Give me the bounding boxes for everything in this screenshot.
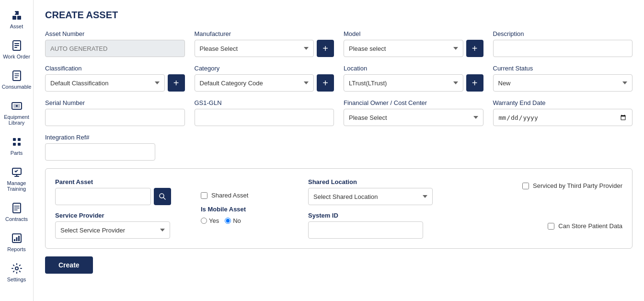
financial-owner-label: Financial Owner / Cost Center bbox=[344, 99, 483, 106]
svg-rect-1 bbox=[17, 16, 21, 20]
current-status-label: Current Status bbox=[493, 65, 633, 72]
shared-asset-checkbox-group: Shared Asset bbox=[201, 192, 297, 199]
is-mobile-yes-text: Yes bbox=[209, 217, 219, 224]
financial-owner-select[interactable]: Please Select bbox=[344, 109, 483, 126]
model-select[interactable]: Please select bbox=[344, 40, 463, 57]
svg-rect-7 bbox=[14, 47, 17, 48]
system-id-group: System ID bbox=[308, 212, 536, 239]
reports-icon bbox=[10, 232, 23, 245]
shared-location-select[interactable]: Select Shared Location bbox=[308, 188, 433, 205]
category-select[interactable]: Default Category Code bbox=[195, 74, 314, 92]
sidebar-item-reports[interactable]: Reports bbox=[0, 228, 33, 256]
card-row: Parent Asset Service Provider bbox=[55, 178, 622, 239]
is-mobile-no-label[interactable]: No bbox=[225, 217, 241, 224]
parent-asset-search-button[interactable] bbox=[154, 188, 171, 205]
can-store-label: Can Store Patient Data bbox=[558, 222, 622, 230]
category-add-button[interactable]: + bbox=[317, 74, 334, 92]
shared-location-label: Shared Location bbox=[308, 178, 511, 185]
training-icon bbox=[10, 165, 23, 179]
shared-location-row: Shared Location Select Shared Location S… bbox=[308, 178, 622, 205]
svg-point-22 bbox=[15, 267, 18, 270]
sidebar-item-manage-training[interactable]: Manage Training bbox=[0, 162, 33, 196]
gsi-gln-label: GS1-GLN bbox=[195, 99, 334, 106]
model-group: Model Please select + bbox=[344, 30, 483, 57]
description-input[interactable] bbox=[493, 40, 633, 57]
system-id-row: System ID Can Store Patient Data bbox=[308, 212, 622, 239]
is-mobile-no-text: No bbox=[233, 217, 241, 224]
svg-point-3 bbox=[14, 12, 16, 14]
integration-ref-label: Integration Ref# bbox=[45, 134, 155, 141]
asset-number-group: Asset Number bbox=[45, 30, 185, 57]
category-label: Category bbox=[195, 65, 334, 72]
sidebar-item-parts[interactable]: Parts bbox=[0, 131, 33, 160]
system-id-label: System ID bbox=[308, 212, 536, 219]
current-status-select[interactable]: New bbox=[493, 74, 633, 92]
create-button[interactable]: Create bbox=[45, 256, 93, 274]
gsi-gln-input[interactable] bbox=[195, 109, 334, 126]
sidebar-label-parts: Parts bbox=[11, 150, 23, 156]
asset-number-label: Asset Number bbox=[45, 30, 185, 37]
is-mobile-no-radio[interactable] bbox=[225, 218, 231, 224]
classification-input-group: Default Classification + bbox=[45, 74, 185, 92]
serviced-by-checkbox-group: Serviced by Third Party Provider bbox=[522, 182, 622, 189]
financial-owner-group: Financial Owner / Cost Center Please Sel… bbox=[344, 99, 483, 126]
model-add-button[interactable]: + bbox=[466, 40, 483, 57]
sidebar-item-consumable[interactable]: Consumable bbox=[0, 65, 33, 93]
service-provider-group: Service Provider Select Service Provider bbox=[55, 212, 189, 239]
sidebar-label-manage-training: Manage Training bbox=[2, 180, 31, 192]
parent-asset-input-row bbox=[55, 188, 189, 205]
is-mobile-label: Is Mobile Asset bbox=[201, 206, 297, 213]
svg-rect-5 bbox=[14, 43, 19, 44]
form-row-4: Integration Ref# bbox=[45, 134, 632, 161]
card-left-col: Parent Asset Service Provider bbox=[55, 178, 189, 239]
sidebar-item-work-order[interactable]: Work Order bbox=[0, 35, 33, 63]
is-mobile-yes-radio[interactable] bbox=[201, 218, 207, 224]
is-mobile-radio-group: Yes No bbox=[201, 217, 297, 224]
svg-rect-6 bbox=[14, 45, 19, 46]
workorder-icon bbox=[10, 39, 23, 52]
parent-asset-input[interactable] bbox=[55, 188, 151, 205]
sidebar-item-contracts[interactable]: Contracts bbox=[0, 197, 33, 226]
svg-rect-20 bbox=[16, 237, 17, 241]
sidebar-label-work-order: Work Order bbox=[3, 54, 30, 59]
location-select[interactable]: LTrust(LTrust) bbox=[344, 74, 463, 92]
is-mobile-yes-label[interactable]: Yes bbox=[201, 217, 219, 224]
current-status-group: Current Status New bbox=[493, 65, 633, 92]
serial-number-label: Serial Number bbox=[45, 99, 185, 106]
integration-ref-input[interactable] bbox=[45, 143, 155, 161]
manufacturer-add-button[interactable]: + bbox=[317, 40, 334, 57]
svg-rect-19 bbox=[14, 239, 15, 241]
settings-icon bbox=[10, 262, 23, 275]
manufacturer-input-group: Please Select + bbox=[195, 40, 334, 57]
manufacturer-select[interactable]: Please Select bbox=[195, 40, 314, 57]
can-store-checkbox[interactable] bbox=[548, 223, 554, 230]
classification-group: Classification Default Classification + bbox=[45, 65, 185, 92]
sidebar-item-equipment-library[interactable]: Equipment Library bbox=[0, 95, 33, 129]
parts-icon bbox=[10, 135, 23, 149]
sidebar-label-equipment-library: Equipment Library bbox=[2, 114, 31, 126]
warranty-end-date-input[interactable] bbox=[493, 109, 633, 126]
svg-rect-14 bbox=[13, 143, 16, 146]
serviced-by-checkbox[interactable] bbox=[522, 183, 529, 189]
description-group: Description bbox=[493, 30, 633, 57]
shared-asset-label: Shared Asset bbox=[211, 192, 248, 199]
system-id-input[interactable] bbox=[308, 221, 423, 239]
classification-select[interactable]: Default Classification bbox=[45, 74, 165, 92]
create-button-wrapper: Create bbox=[45, 249, 632, 274]
svg-rect-12 bbox=[13, 138, 16, 141]
location-add-button[interactable]: + bbox=[466, 74, 483, 92]
sidebar-item-settings[interactable]: Settings bbox=[0, 258, 33, 286]
contracts-icon bbox=[10, 201, 23, 215]
service-provider-select[interactable]: Select Service Provider bbox=[55, 221, 170, 239]
gsi-gln-group: GS1-GLN bbox=[195, 99, 334, 126]
sidebar-item-asset[interactable]: Asset bbox=[0, 5, 33, 33]
shared-asset-checkbox[interactable] bbox=[201, 192, 207, 199]
parent-asset-label: Parent Asset bbox=[55, 178, 189, 185]
integration-ref-group: Integration Ref# bbox=[45, 134, 155, 161]
svg-rect-21 bbox=[18, 236, 20, 241]
svg-rect-0 bbox=[12, 16, 16, 20]
description-label: Description bbox=[493, 30, 633, 37]
model-label: Model bbox=[344, 30, 483, 37]
serial-number-input[interactable] bbox=[45, 109, 185, 126]
classification-add-button[interactable]: + bbox=[168, 74, 185, 92]
